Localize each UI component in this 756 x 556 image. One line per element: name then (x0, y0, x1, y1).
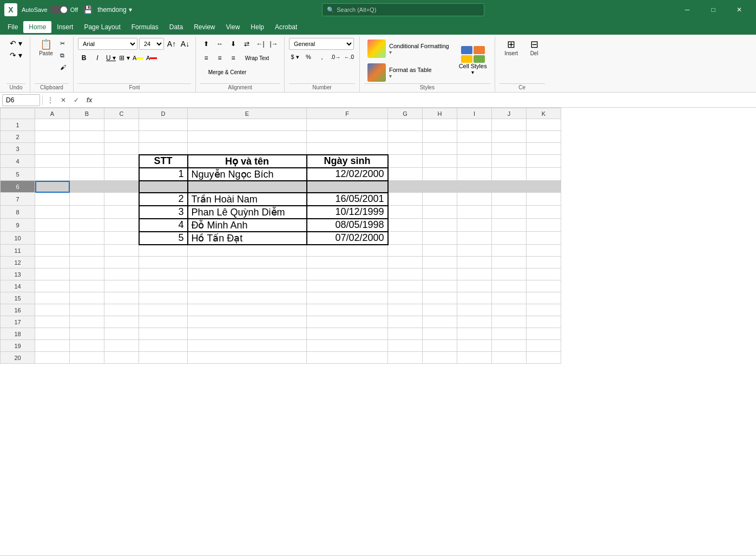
cell-E1[interactable] (188, 119, 307, 131)
formula-cancel-button[interactable]: ✕ (58, 95, 69, 106)
cell-H3[interactable] (423, 143, 457, 155)
cell-E8-name[interactable]: Phan Lê Quỳnh Diễm (188, 206, 307, 219)
cell-B1[interactable] (70, 119, 104, 131)
cut-button[interactable]: ✂ (58, 38, 68, 49)
cell-B8[interactable] (70, 206, 104, 219)
filename-dropdown-icon[interactable]: ▾ (129, 6, 132, 14)
cell-C1[interactable] (104, 119, 139, 131)
align-middle-button[interactable]: ↔ (214, 38, 226, 50)
minimize-button[interactable]: ─ (675, 0, 700, 19)
cell-H1[interactable] (423, 119, 457, 131)
cell-K2[interactable] (527, 131, 561, 143)
cell-K1[interactable] (527, 119, 561, 131)
cell-I9[interactable] (457, 219, 492, 232)
cell-B9[interactable] (70, 219, 104, 232)
cell-F8-dob[interactable]: 10/12/1999 (307, 206, 388, 219)
cell-A3[interactable] (35, 143, 70, 155)
col-header-I[interactable]: I (457, 108, 492, 119)
cell-I8[interactable] (457, 206, 492, 219)
cell-H6[interactable] (423, 181, 457, 193)
cell-I6[interactable] (457, 181, 492, 193)
cell-G4[interactable] (388, 155, 423, 168)
format-painter-button[interactable]: 🖌 (58, 62, 68, 73)
cell-I3[interactable] (457, 143, 492, 155)
align-top-button[interactable]: ⬆ (200, 38, 212, 50)
italic-button[interactable]: I (91, 52, 103, 64)
cell-K6[interactable] (527, 181, 561, 193)
cell-J3[interactable] (492, 143, 527, 155)
cell-J8[interactable] (492, 206, 527, 219)
cell-A8[interactable] (35, 206, 70, 219)
align-bottom-button[interactable]: ⬇ (227, 38, 239, 50)
cell-K7[interactable] (527, 193, 561, 206)
menu-view[interactable]: View (221, 21, 246, 33)
cell-I4[interactable] (457, 155, 492, 168)
cell-F4-dob-header[interactable]: Ngày sinh (307, 155, 388, 168)
cell-G1[interactable] (388, 119, 423, 131)
copy-button[interactable]: ⧉ (58, 50, 68, 61)
cell-I10[interactable] (457, 232, 492, 245)
maximize-button[interactable]: □ (701, 0, 726, 19)
cell-D8-stt[interactable]: 3 (139, 206, 188, 219)
cell-D3[interactable] (139, 143, 188, 155)
cell-C8[interactable] (104, 206, 139, 219)
cell-J4[interactable] (492, 155, 527, 168)
underline-button[interactable]: U ▾ (105, 52, 117, 64)
cell-F10-dob[interactable]: 07/02/2000 (307, 232, 388, 245)
cell-C7[interactable] (104, 193, 139, 206)
cell-E7-name[interactable]: Trần Hoài Nam (188, 193, 307, 206)
cell-E3[interactable] (188, 143, 307, 155)
cell-G7[interactable] (388, 193, 423, 206)
cell-H9[interactable] (423, 219, 457, 232)
font-color-button[interactable]: A (146, 52, 157, 64)
align-left-button[interactable]: ≡ (200, 52, 212, 64)
indent-inc-button[interactable]: |→ (268, 38, 280, 50)
cell-A6[interactable] (35, 181, 70, 193)
cell-F1[interactable] (307, 119, 388, 131)
redo-button[interactable]: ↷ ▾ (8, 50, 24, 61)
search-bar[interactable]: 🔍 Search (Alt+Q) (322, 3, 484, 16)
menu-help[interactable]: Help (245, 21, 269, 33)
cell-A10[interactable] (35, 232, 70, 245)
cell-C2[interactable] (104, 131, 139, 143)
menu-page-layout[interactable]: Page Layout (78, 21, 126, 33)
decrease-font-button[interactable]: A↓ (179, 38, 191, 50)
menu-formulas[interactable]: Formulas (126, 21, 164, 33)
cell-A2[interactable] (35, 131, 70, 143)
cell-H8[interactable] (423, 206, 457, 219)
sheet-area[interactable]: A B C D E F G H I J K 1 (0, 108, 756, 555)
cell-F5-dob[interactable]: 12/02/2000 (307, 168, 388, 181)
increase-font-button[interactable]: A↑ (166, 38, 178, 50)
cell-J6[interactable] (492, 181, 527, 193)
col-header-B[interactable]: B (70, 108, 104, 119)
cell-styles-button[interactable]: Cell Styles ▾ (456, 44, 490, 77)
border-button[interactable]: ⊞ ▾ (119, 52, 130, 64)
cell-F7-dob[interactable]: 16/05/2001 (307, 193, 388, 206)
cell-J9[interactable] (492, 219, 527, 232)
cell-K3[interactable] (527, 143, 561, 155)
cell-K9[interactable] (527, 219, 561, 232)
formula-confirm-button[interactable]: ✓ (71, 95, 82, 106)
col-header-J[interactable]: J (492, 108, 527, 119)
cell-G3[interactable] (388, 143, 423, 155)
col-header-K[interactable]: K (527, 108, 561, 119)
cell-B10[interactable] (70, 232, 104, 245)
cell-F9-dob[interactable]: 08/05/1998 (307, 219, 388, 232)
cell-D1[interactable] (139, 119, 188, 131)
col-header-E[interactable]: E (188, 108, 307, 119)
col-header-G[interactable]: G (388, 108, 423, 119)
text-direction-button[interactable]: ⇄ (241, 38, 253, 50)
paste-button[interactable]: 📋 Paste (35, 38, 57, 58)
cell-C9[interactable] (104, 219, 139, 232)
cell-E9-name[interactable]: Đỗ Minh Anh (188, 219, 307, 232)
cell-D10-stt[interactable]: 5 (139, 232, 188, 245)
col-header-A[interactable]: A (35, 108, 70, 119)
cell-C3[interactable] (104, 143, 139, 155)
cell-C10[interactable] (104, 232, 139, 245)
cell-I5[interactable] (457, 168, 492, 181)
close-button[interactable]: ✕ (727, 0, 752, 19)
cell-J1[interactable] (492, 119, 527, 131)
cell-J2[interactable] (492, 131, 527, 143)
align-center-button[interactable]: ≡ (214, 52, 226, 64)
cell-K4[interactable] (527, 155, 561, 168)
